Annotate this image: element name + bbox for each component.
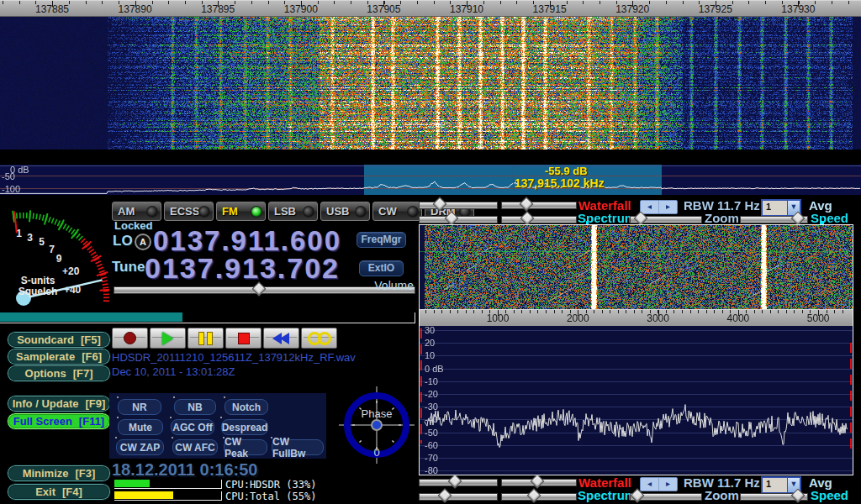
rbw-spinner[interactable]: ◂▸ bbox=[640, 477, 678, 491]
nr-button[interactable]: NR bbox=[118, 399, 161, 415]
zoom-label: Zoom bbox=[705, 488, 739, 502]
rf-spectrum-display[interactable] bbox=[0, 165, 861, 195]
button-label: Options bbox=[25, 367, 66, 380]
waterfall-level-slider-2[interactable] bbox=[501, 202, 577, 209]
agc-off-button[interactable]: AGC Off bbox=[171, 419, 214, 435]
af-db-label: 30 bbox=[425, 325, 435, 335]
stop-icon bbox=[238, 333, 250, 344]
mode-button-ecss[interactable]: ECSS bbox=[164, 202, 214, 221]
nb-button[interactable]: NB bbox=[174, 399, 216, 415]
despread-button[interactable]: Despread bbox=[221, 419, 268, 435]
loop-button[interactable] bbox=[301, 328, 337, 349]
arrow-right-icon[interactable]: ▸ bbox=[659, 201, 677, 213]
minimize-button[interactable]: Minimize[F3] bbox=[7, 465, 111, 482]
cw-zap-button[interactable]: CW ZAP bbox=[116, 439, 164, 455]
rf-scale-label: 137885 bbox=[25, 3, 79, 15]
waterfall-level-slider-1[interactable] bbox=[419, 202, 498, 209]
options-button[interactable]: Options[F7] bbox=[7, 365, 111, 382]
freqmgr-button[interactable]: FreqMgr bbox=[357, 232, 406, 248]
mode-button-label: CW bbox=[378, 205, 397, 218]
waterfall-level-slider-2[interactable] bbox=[501, 479, 577, 486]
spectrum-level-slider-2[interactable] bbox=[501, 216, 577, 223]
af-panel: 10002000300040005000 3020100 dB-10-20-30… bbox=[419, 224, 853, 475]
af-controls-bottom: Waterfall◂▸RBW 11.7 Hz1▼AvgSpectrumZoomS… bbox=[418, 475, 861, 502]
rf-scale-label: 137920 bbox=[605, 3, 659, 15]
spectrum-level-slider-1[interactable] bbox=[419, 216, 498, 223]
squelch-caption[interactable]: Squelch bbox=[4, 286, 71, 297]
stop-button[interactable] bbox=[225, 328, 261, 349]
cpu-total-bar bbox=[114, 491, 222, 501]
mode-button-lsb[interactable]: LSB bbox=[268, 202, 318, 221]
button-hotkey: [F11] bbox=[79, 415, 104, 428]
spectrum-label[interactable]: Spectrum bbox=[578, 488, 636, 502]
locked-label: Locked bbox=[114, 219, 153, 232]
svg-text:3: 3 bbox=[27, 232, 33, 244]
button-label: Info / Update bbox=[13, 397, 79, 410]
mode-button-cw[interactable]: CW bbox=[372, 202, 422, 221]
play-button[interactable] bbox=[150, 328, 186, 349]
mode-button-am[interactable]: AM bbox=[112, 202, 161, 221]
spectrum-level-slider-2[interactable] bbox=[501, 493, 577, 501]
rf-scale-label: 137910 bbox=[440, 3, 494, 15]
button-hotkey: [F6] bbox=[82, 350, 102, 363]
cursor-level-readout: -55.9 dB bbox=[545, 165, 588, 177]
button-label: Soundcard bbox=[17, 333, 74, 346]
cursor-frequency-readout: 137,915.102 kHz bbox=[515, 176, 605, 190]
mode-button-fm[interactable]: FM bbox=[216, 202, 266, 221]
button-hotkey: [F4] bbox=[62, 486, 82, 498]
tune-frequency-display[interactable]: 0137.913.702 bbox=[145, 252, 340, 285]
speed-label: Speed bbox=[811, 488, 848, 502]
arrow-right-icon[interactable]: ▸ bbox=[659, 478, 677, 491]
af-spectrum-display[interactable] bbox=[420, 326, 853, 475]
recording-filename: HDSDR_20111210_125611Z_137912kHz_RF.wav bbox=[112, 351, 356, 364]
slider-thumb[interactable] bbox=[520, 212, 535, 226]
cw-afc-button[interactable]: CW AFC bbox=[172, 439, 218, 455]
rf-db-label: -50 bbox=[2, 171, 15, 181]
record-button[interactable] bbox=[112, 328, 148, 349]
samplerate-button[interactable]: Samplerate[F6] bbox=[7, 348, 111, 365]
slider-thumb[interactable] bbox=[520, 197, 534, 212]
notch-button[interactable]: Notch bbox=[224, 399, 268, 415]
speed-slider[interactable] bbox=[740, 493, 808, 501]
waterfall-level-slider-1[interactable] bbox=[419, 479, 498, 486]
rf-scale-label: 137915 bbox=[523, 3, 577, 15]
mode-button-label: AM bbox=[118, 205, 135, 218]
af-frequency-scale[interactable]: 10002000300040005000 bbox=[420, 309, 853, 328]
zoom-slider[interactable] bbox=[630, 216, 702, 223]
slider-thumb[interactable] bbox=[438, 489, 452, 503]
speed-slider[interactable] bbox=[740, 216, 808, 223]
mode-button-usb[interactable]: USB bbox=[320, 202, 370, 221]
rf-waterfall-display[interactable] bbox=[0, 0, 861, 150]
button-label: Exit bbox=[35, 486, 55, 498]
zoom-slider[interactable] bbox=[630, 493, 702, 501]
af-scale-label: 1000 bbox=[471, 312, 525, 324]
af-waterfall-display[interactable] bbox=[420, 225, 853, 309]
dsp-row-2: MuteAGC OffDespread bbox=[116, 419, 268, 435]
pause-button[interactable] bbox=[188, 328, 224, 349]
slider-thumb[interactable] bbox=[527, 489, 541, 503]
lock-badge[interactable]: A bbox=[135, 234, 151, 250]
rewind-button[interactable] bbox=[263, 328, 299, 349]
spectrum-level-slider-1[interactable] bbox=[419, 493, 498, 501]
af-controls-top: Waterfall◂▸RBW 11.7 Hz1▼AvgSpectrumZoomS… bbox=[418, 198, 861, 225]
arrow-left-icon[interactable]: ◂ bbox=[641, 478, 659, 491]
zoom-label: Zoom bbox=[705, 211, 739, 225]
info-update-button[interactable]: Info / Update[F9] bbox=[7, 395, 111, 412]
full-screen-button[interactable]: Full Screen[F11] bbox=[7, 412, 111, 430]
slider-thumb[interactable] bbox=[433, 197, 447, 212]
mute-button[interactable]: Mute bbox=[118, 419, 163, 435]
playback-progress-track[interactable] bbox=[0, 312, 415, 323]
slider-thumb[interactable] bbox=[448, 475, 462, 489]
cw-peak-button[interactable]: CW Peak bbox=[224, 439, 267, 455]
rf-scale-label: 137895 bbox=[191, 3, 245, 15]
slider-thumb[interactable] bbox=[531, 475, 545, 489]
rbw-spinner[interactable]: ◂▸ bbox=[640, 200, 678, 214]
playback-progress-fill bbox=[0, 312, 182, 322]
cw-fullbw-button[interactable]: CW FullBw bbox=[272, 439, 324, 455]
extio-button[interactable]: ExtIO bbox=[359, 260, 404, 276]
slider-thumb[interactable] bbox=[445, 212, 459, 226]
exit-button[interactable]: Exit[F4] bbox=[7, 483, 111, 501]
rf-frequency-scale[interactable]: 1378851378901378951379001379051379101379… bbox=[0, 0, 861, 17]
arrow-left-icon[interactable]: ◂ bbox=[641, 201, 659, 213]
soundcard-button[interactable]: Soundcard[F5] bbox=[7, 331, 111, 349]
